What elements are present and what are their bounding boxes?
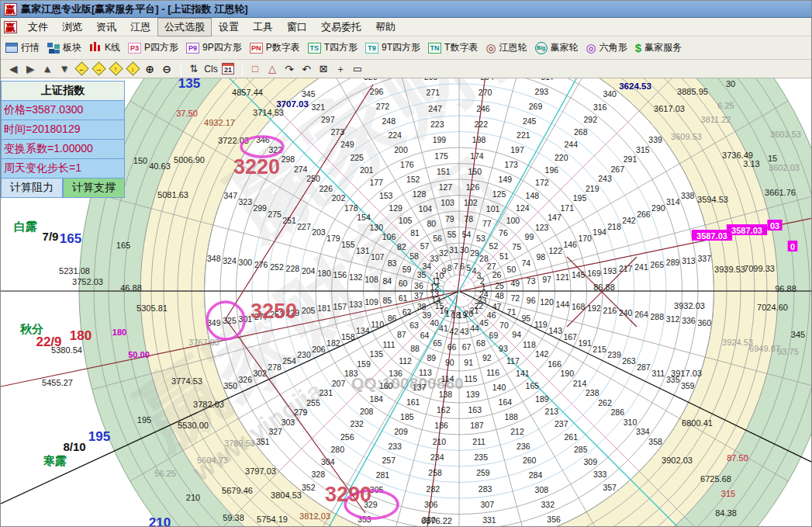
rotate-ccw-button[interactable]: ↶ bbox=[299, 61, 314, 77]
chart-label: 195 bbox=[88, 429, 110, 444]
center-tool-button[interactable]: ＋ bbox=[333, 61, 348, 77]
p9-square-icon: P9 bbox=[186, 43, 199, 54]
pan-up-button[interactable]: ↑ bbox=[108, 61, 123, 77]
赢家服务-icon: $ bbox=[635, 42, 641, 54]
menu-item-窗口[interactable]: 窗口 bbox=[280, 18, 314, 36]
toolbar-button-9T四方形[interactable]: T99T四方形 bbox=[365, 41, 420, 54]
menu-item-浏览[interactable]: 浏览 bbox=[55, 18, 89, 36]
svg-text:331: 331 bbox=[482, 515, 496, 525]
calc-resistance-button[interactable]: 计算阻力 bbox=[1, 179, 63, 198]
toolbar-button-赢家服务[interactable]: $赢家服务 bbox=[635, 41, 682, 54]
toolbar-button-9P四方形[interactable]: P99P四方形 bbox=[186, 41, 242, 54]
toolbar-button-P四方形[interactable]: P3P四方形 bbox=[128, 41, 178, 54]
chart-label: 秋分 bbox=[19, 322, 43, 335]
svg-text:180: 180 bbox=[317, 269, 331, 278]
big-wheel-icon: Big bbox=[535, 42, 548, 54]
svg-text:177: 177 bbox=[369, 178, 383, 187]
svg-text:248: 248 bbox=[382, 116, 396, 126]
svg-text:276: 276 bbox=[254, 260, 268, 269]
svg-text:328: 328 bbox=[312, 470, 326, 479]
svg-text:6: 6 bbox=[460, 262, 465, 271]
svg-text:243: 243 bbox=[598, 174, 612, 183]
svg-text:266: 266 bbox=[637, 210, 651, 219]
svg-text:61: 61 bbox=[399, 293, 408, 303]
svg-text:52: 52 bbox=[489, 241, 499, 251]
svg-text:251: 251 bbox=[282, 216, 296, 225]
menu-item-帮助[interactable]: 帮助 bbox=[368, 18, 403, 36]
pan-down-button[interactable]: ↓ bbox=[125, 61, 140, 77]
rect-tool-button[interactable]: □ bbox=[247, 61, 263, 77]
toolbar-button-赢家轮[interactable]: Big赢家轮 bbox=[535, 41, 579, 54]
svg-text:37: 37 bbox=[414, 291, 423, 300]
zoom-out-button[interactable]: ⊖ bbox=[159, 61, 174, 77]
menu-item-资讯[interactable]: 资讯 bbox=[89, 18, 123, 36]
svg-text:105: 105 bbox=[399, 216, 413, 225]
delete-tool-button[interactable]: ⊠ bbox=[316, 61, 331, 77]
chart-label: 7024.60 bbox=[757, 303, 788, 312]
toolbar-button-江恩轮[interactable]: ◎江恩轮 bbox=[485, 41, 527, 54]
menu-item-江恩[interactable]: 江恩 bbox=[123, 18, 157, 36]
toolbar-button-板块[interactable]: 板块 bbox=[47, 41, 81, 54]
svg-text:119: 119 bbox=[534, 320, 548, 329]
rotate-cw-button[interactable]: ↷ bbox=[282, 61, 297, 77]
menu-item-公式选股[interactable]: 公式选股 bbox=[157, 18, 212, 36]
svg-text:136: 136 bbox=[389, 369, 403, 378]
back-button[interactable]: ◀ bbox=[5, 61, 21, 77]
svg-text:263: 263 bbox=[622, 356, 636, 366]
chart-label: 3602.03 bbox=[769, 163, 800, 172]
svg-text:7: 7 bbox=[454, 262, 458, 271]
svg-text:228: 228 bbox=[286, 264, 300, 273]
svg-text:273: 273 bbox=[330, 127, 344, 137]
price-axis-button[interactable]: ⇅ bbox=[186, 61, 202, 77]
menu-item-设置[interactable]: 设置 bbox=[212, 18, 246, 36]
calendar-button[interactable]: 21 bbox=[220, 61, 236, 77]
window-title: 赢家江恩专业版[赢家服务平台] - [上证指数 江恩轮] bbox=[21, 2, 247, 16]
svg-text:28: 28 bbox=[479, 254, 489, 263]
svg-text:194: 194 bbox=[593, 227, 606, 237]
svg-text:280: 280 bbox=[330, 445, 344, 454]
presentation-button[interactable]: ▭ bbox=[350, 61, 365, 77]
svg-text:241: 241 bbox=[634, 262, 648, 272]
svg-text:82: 82 bbox=[397, 242, 406, 251]
chart-label: 3811.22 bbox=[701, 115, 731, 124]
zoom-in-button[interactable]: ⊕ bbox=[142, 61, 157, 77]
pan-right-button[interactable]: → bbox=[91, 61, 106, 77]
menu-item-文件[interactable]: 文件 bbox=[21, 18, 55, 36]
svg-text:121: 121 bbox=[556, 272, 570, 282]
svg-text:203: 203 bbox=[312, 227, 326, 237]
down-button[interactable]: ▼ bbox=[57, 61, 72, 77]
svg-text:117: 117 bbox=[506, 356, 520, 366]
svg-text:30: 30 bbox=[460, 245, 469, 255]
down-button-icon: ▼ bbox=[60, 63, 70, 75]
up-button[interactable]: ▲ bbox=[40, 61, 55, 77]
svg-text:244: 244 bbox=[565, 140, 579, 149]
triangle-tool-button[interactable]: △ bbox=[264, 61, 280, 77]
toolbar-button-P数字表[interactable]: PNP数字表 bbox=[250, 41, 300, 54]
svg-text:125: 125 bbox=[492, 189, 506, 199]
svg-text:191: 191 bbox=[578, 338, 592, 348]
toolbar-button-行情[interactable]: 行情 bbox=[5, 41, 40, 54]
svg-text:66: 66 bbox=[447, 342, 457, 352]
svg-text:145: 145 bbox=[572, 270, 586, 279]
svg-text:54: 54 bbox=[462, 230, 472, 239]
chart-label: 7/9 bbox=[43, 230, 59, 243]
chart-label: 6949.87 bbox=[749, 344, 780, 353]
toolbar-button-T数字表[interactable]: TNT数字表 bbox=[428, 41, 478, 54]
svg-text:310: 310 bbox=[624, 418, 638, 427]
chart-label: 345 bbox=[791, 330, 805, 339]
pan-left-button[interactable]: ← bbox=[74, 61, 89, 77]
menu-item-工具[interactable]: 工具 bbox=[246, 18, 280, 36]
menu-item-交易委托[interactable]: 交易委托 bbox=[314, 18, 368, 36]
clear-button[interactable]: Cls bbox=[203, 61, 219, 77]
svg-text:232: 232 bbox=[350, 419, 364, 428]
toolbar-button-K线[interactable]: K线 bbox=[89, 41, 120, 54]
chart-label: 50.00 bbox=[128, 350, 150, 359]
toolbar-button-六角形[interactable]: ◎六角形 bbox=[586, 41, 627, 54]
toolbar-label: 江恩轮 bbox=[499, 41, 527, 54]
chart-label: 寒露 bbox=[43, 454, 67, 467]
toolbar-button-T四方形[interactable]: TST四方形 bbox=[308, 41, 358, 54]
svg-text:297: 297 bbox=[321, 115, 335, 124]
price-tag: 3587.03 bbox=[696, 231, 727, 241]
calc-support-button[interactable]: 计算支撑 bbox=[63, 179, 125, 198]
forward-button[interactable]: ▶ bbox=[22, 61, 38, 77]
